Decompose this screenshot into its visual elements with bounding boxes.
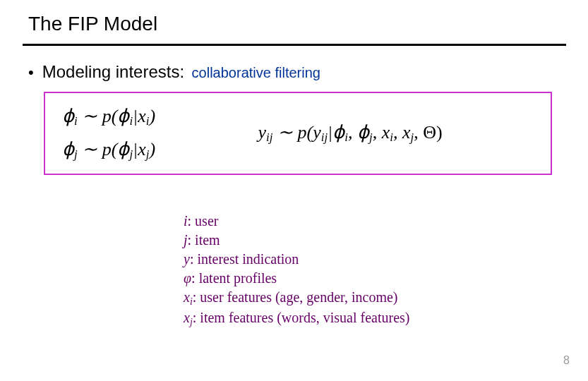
legend-phi: φ: latent profiles xyxy=(184,269,409,288)
slide: The FIP Model • Modeling interests: coll… xyxy=(0,0,588,381)
equation-phi-j: ϕj ∼ p(ϕj|xj) xyxy=(62,138,155,162)
title-underline xyxy=(23,44,566,46)
equation-y: yij ∼ p(yij|ϕi, ϕj, xi, xj, Θ) xyxy=(162,121,538,145)
bullet-main: Modeling interests: xyxy=(42,62,184,81)
legend-y: y: interest indication xyxy=(184,250,409,269)
legend-j: j: item xyxy=(184,231,409,250)
legend-xi: xi: user features (age, gender, income) xyxy=(184,288,409,308)
bullet-sub: collaborative filtering xyxy=(192,65,320,80)
equation-phi-i: ϕi ∼ p(ϕi|xi) xyxy=(62,105,155,128)
equation-left-column: ϕi ∼ p(ϕi|xi) ϕj ∼ p(ϕj|xj) xyxy=(62,105,155,162)
bullet-row: • Modeling interests: collaborative filt… xyxy=(28,62,320,82)
legend: i: user j: item y: interest indication φ… xyxy=(184,212,409,329)
bullet-text: Modeling interests: collaborative filter… xyxy=(42,62,320,82)
page-number: 8 xyxy=(563,354,570,367)
legend-i: i: user xyxy=(184,212,409,231)
slide-title: The FIP Model xyxy=(28,13,157,35)
legend-xj: xj: item features (words, visual feature… xyxy=(184,308,409,329)
formula-box: ϕi ∼ p(ϕi|xi) ϕj ∼ p(ϕj|xj) yij ∼ p(yij|… xyxy=(44,92,552,175)
bullet-dot: • xyxy=(28,65,34,80)
